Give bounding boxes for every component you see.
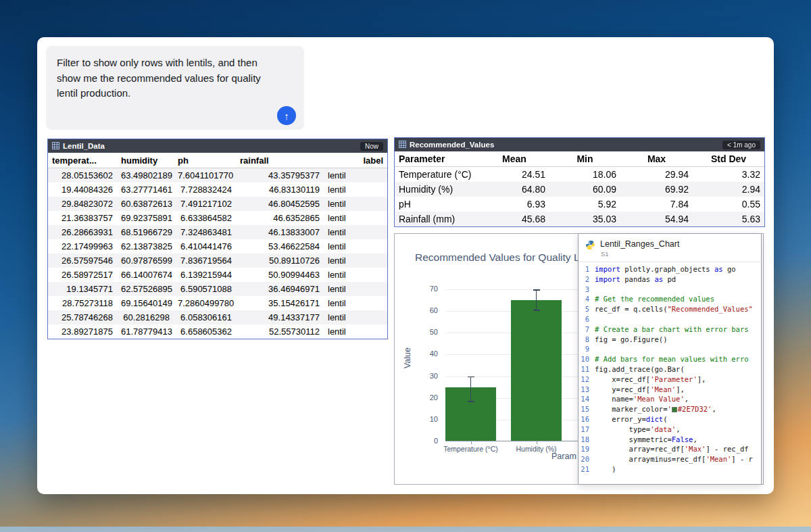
table-cell[interactable]: 46.83130119 <box>236 185 324 195</box>
table-cell[interactable]: lentil <box>324 227 387 237</box>
table-row[interactable]: 25.7874626860.28162986.05830616149.14337… <box>48 310 387 324</box>
table-cell[interactable]: 18.06 <box>549 169 620 180</box>
table-cell[interactable]: 60.09 <box>549 184 620 195</box>
table-cell[interactable]: 36.46946971 <box>236 284 324 294</box>
table-cell[interactable]: 50.89110726 <box>236 256 324 266</box>
table-cell[interactable]: 35.15426171 <box>236 298 324 308</box>
table-cell[interactable]: lentil <box>324 241 387 251</box>
table-cell[interactable]: Temperature (°C) <box>395 169 479 180</box>
table-cell[interactable]: 7.836719564 <box>174 256 236 266</box>
table-cell[interactable]: 5.63 <box>693 214 764 224</box>
table-cell[interactable]: 3.32 <box>693 169 764 180</box>
table-cell[interactable]: 63.49802189 <box>117 170 174 180</box>
bar[interactable] <box>511 300 562 441</box>
table-cell[interactable]: 26.28663931 <box>48 227 117 237</box>
table-cell[interactable]: 46.80452595 <box>236 199 324 209</box>
table-cell[interactable]: 69.92375891 <box>117 213 174 223</box>
table-row[interactable]: 22.1749996362.138738256.41044147653.4662… <box>48 239 387 253</box>
recommended-values-table[interactable]: Recommended_Values < 1m ago ParameterMea… <box>394 137 765 227</box>
table-cell[interactable]: 63.27771461 <box>117 185 174 195</box>
code-line[interactable]: 19 array=rec_df['Max'] - rec_df <box>579 444 761 454</box>
code-line[interactable]: 9 <box>579 344 761 354</box>
table-row[interactable]: Temperature (°C)24.5118.0629.943.32 <box>395 167 764 182</box>
table-cell[interactable]: 43.35795377 <box>236 170 324 180</box>
table-cell[interactable]: 52.55730112 <box>236 327 324 337</box>
table-cell[interactable]: 68.51966729 <box>117 227 174 237</box>
code-line[interactable]: 11fig.add_trace(go.Bar( <box>579 364 761 374</box>
code-line[interactable]: 21 ) <box>579 464 761 475</box>
table-cell[interactable]: 6.058306161 <box>174 312 236 322</box>
column-header[interactable]: Max <box>620 153 693 164</box>
table-cell[interactable]: 50.90994463 <box>236 270 324 280</box>
table-row[interactable]: Humidity (%)64.8060.0969.922.94 <box>395 182 764 197</box>
table-row[interactable]: 28.7527311869.156401497.286049978035.154… <box>48 296 387 310</box>
table-cell[interactable]: 66.14007674 <box>117 270 174 280</box>
table-row[interactable]: 23.8927187561.787794136.65860536252.5573… <box>48 324 387 339</box>
table-cell[interactable]: 0.55 <box>693 199 764 210</box>
table-cell[interactable]: 6.658605362 <box>174 327 236 337</box>
column-header[interactable]: rainfall <box>236 155 324 166</box>
table-cell[interactable]: 22.17499963 <box>48 241 117 251</box>
table-cell[interactable]: 7.2860499780 <box>174 298 236 308</box>
code-line[interactable]: 18 symmetric=False, <box>579 435 761 445</box>
column-header[interactable]: Min <box>549 153 620 164</box>
code-line[interactable]: 14 name='Mean Value', <box>579 394 761 404</box>
code-line[interactable]: 13 y=rec_df['Mean'], <box>579 385 761 395</box>
code-line[interactable]: 5rec_df = q.cells("Recommended_Values" <box>579 304 761 314</box>
code-editor[interactable]: 1import plotly.graph_objects as go2impor… <box>579 262 761 475</box>
table-cell[interactable]: lentil <box>324 284 387 294</box>
table-cell[interactable]: 7.728832424 <box>174 185 236 195</box>
table-cell[interactable]: 24.51 <box>479 169 549 180</box>
table-row[interactable]: 19.4408432663.277714617.72883242446.8313… <box>48 183 387 197</box>
table-cell[interactable]: 29.94 <box>620 169 693 180</box>
table-cell[interactable]: 6.139215944 <box>174 270 236 280</box>
code-line[interactable]: 2import pandas as pd <box>579 274 761 285</box>
table-cell[interactable]: 5.92 <box>549 199 620 210</box>
table-row[interactable]: 28.0515360263.498021897.604110177043.357… <box>48 168 387 183</box>
table-cell[interactable]: lentil <box>324 170 387 180</box>
table-cell[interactable]: lentil <box>324 185 387 195</box>
table-cell[interactable]: lentil <box>324 213 387 223</box>
table-row[interactable]: 19.134577162.575268956.59057108836.46946… <box>48 282 387 296</box>
table-row[interactable]: 29.8482307260.638726137.49121710246.8045… <box>48 197 387 211</box>
code-line[interactable]: 1import plotly.graph_objects as go <box>579 264 761 274</box>
column-header[interactable]: label <box>324 155 387 166</box>
table-cell[interactable]: 7.491217102 <box>174 199 236 209</box>
code-line[interactable]: 7# Create a bar chart with error bars <box>579 324 761 335</box>
table-cell[interactable]: 6.633864582 <box>174 213 236 223</box>
code-line[interactable]: 17 type='data', <box>579 425 761 435</box>
table-cell[interactable]: 53.46622584 <box>236 241 324 251</box>
table-cell[interactable]: 6.410441476 <box>174 241 236 251</box>
column-header[interactable]: Parameter <box>395 153 479 164</box>
code-panel[interactable]: Lentil_Ranges_Chart S1 1import plotly.gr… <box>578 233 762 485</box>
table-cell[interactable]: pH <box>395 199 479 210</box>
table-cell[interactable]: 45.68 <box>479 214 549 224</box>
table-cell[interactable]: 46.6352865 <box>236 213 324 223</box>
table-cell[interactable]: 69.92 <box>620 184 693 195</box>
code-line[interactable]: 6 <box>579 314 761 324</box>
table-cell[interactable]: 7.84 <box>620 199 693 210</box>
table-header-bar[interactable]: Lentil_Data Now <box>48 139 387 153</box>
table-cell[interactable]: 23.89271875 <box>48 327 117 337</box>
code-panel-header[interactable]: Lentil_Ranges_Chart S1 <box>579 234 761 262</box>
code-line[interactable]: 20 arrayminus=rec_df['Mean'] - r <box>579 454 761 464</box>
table-row[interactable]: 21.3638375769.923758916.63386458246.6352… <box>48 211 387 225</box>
table-row[interactable]: Rainfall (mm)45.6835.0354.945.63 <box>395 212 764 226</box>
table-cell[interactable]: 6.590571088 <box>174 284 236 294</box>
table-cell[interactable]: 29.84823072 <box>48 199 117 209</box>
table-cell[interactable]: 60.97876599 <box>117 256 174 266</box>
column-header[interactable]: Mean <box>479 153 549 164</box>
table-cell[interactable]: lentil <box>324 270 387 280</box>
table-cell[interactable]: 26.57597546 <box>48 256 117 266</box>
code-line[interactable]: 10# Add bars for mean values with erro <box>579 354 761 364</box>
table-row[interactable]: 26.5897251766.140076746.13921594450.9099… <box>48 268 387 282</box>
table-cell[interactable]: 25.78746268 <box>48 312 117 322</box>
table-cell[interactable]: 28.75273118 <box>48 298 117 308</box>
column-header[interactable]: humidity <box>117 155 174 166</box>
table-cell[interactable]: 26.58972517 <box>48 270 117 280</box>
table-cell[interactable]: lentil <box>324 298 387 308</box>
table-cell[interactable]: 2.94 <box>693 184 764 195</box>
table-cell[interactable]: 60.63872613 <box>117 199 174 209</box>
table-cell[interactable]: 60.2816298 <box>117 312 174 322</box>
table-cell[interactable]: 7.6041101770 <box>174 170 236 180</box>
